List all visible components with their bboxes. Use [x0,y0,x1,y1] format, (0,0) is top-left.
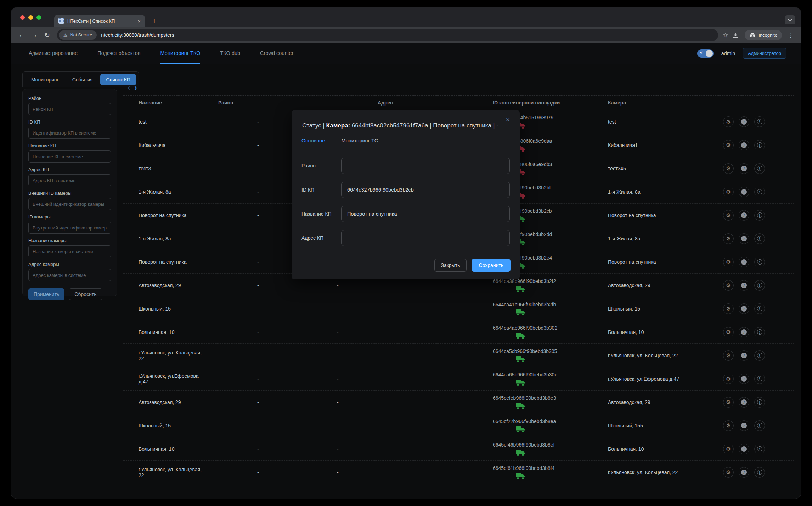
alert-button[interactable]: ! [754,210,765,221]
filter-input[interactable] [28,222,111,234]
alert-button[interactable]: ! [754,467,765,478]
filter-input[interactable] [28,150,111,163]
info-button[interactable]: i [739,303,749,314]
dialog-tab-item[interactable]: Мониторинг ТС [341,138,378,148]
dialog-field-input[interactable] [341,230,510,246]
forward-button[interactable]: → [29,29,40,41]
cell-address: - [325,470,482,475]
back-button[interactable]: ← [16,29,27,41]
info-button[interactable]: i [739,374,749,384]
gear-icon: ⚙ [726,353,731,358]
filter-input[interactable] [28,198,111,210]
new-tab-button[interactable]: + [152,16,157,26]
info-button[interactable]: i [739,187,749,197]
info-icon: i [741,283,747,288]
theme-toggle[interactable]: ☀ [697,49,714,58]
dialog-close-button[interactable]: Закрыть [434,259,467,272]
settings-button[interactable]: ⚙ [723,140,734,150]
settings-button[interactable]: ⚙ [723,303,734,314]
window-close-button[interactable] [20,15,25,20]
filter-input[interactable] [28,127,111,139]
filter-input[interactable] [28,174,111,186]
info-button[interactable]: i [739,420,749,431]
favicon-icon [58,18,64,24]
filter-input[interactable] [28,269,111,281]
filter-input[interactable] [28,245,111,257]
settings-button[interactable]: ⚙ [723,233,734,244]
not-secure-chip[interactable]: ⚠ Not Secure [59,30,97,40]
dialog-tab-active[interactable]: Основное [301,138,325,148]
alert-button[interactable]: ! [754,374,765,384]
settings-button[interactable]: ⚙ [723,420,734,431]
info-button[interactable]: i [739,444,749,454]
settings-button[interactable]: ⚙ [723,163,734,174]
settings-button[interactable]: ⚙ [723,210,734,221]
prev-page-icon[interactable]: ‹ [128,84,130,92]
subtab-item[interactable]: Мониторинг [26,74,64,85]
alert-button[interactable]: ! [754,420,765,431]
download-button[interactable] [730,29,741,41]
reset-button[interactable]: Сбросить [69,288,102,300]
apply-button[interactable]: Применить [28,288,64,300]
dialog-field-input[interactable] [341,206,510,222]
settings-button[interactable]: ⚙ [723,467,734,478]
dialog-field-input[interactable] [341,182,510,198]
browser-menu-icon[interactable]: ⋮ [785,31,796,39]
alert-button[interactable]: ! [754,140,765,150]
nav-item[interactable]: Мониторинг ТКО [160,43,201,64]
settings-button[interactable]: ⚙ [723,116,734,127]
info-button[interactable]: i [739,350,749,361]
role-badge[interactable]: Администратор [743,48,786,59]
alert-button[interactable]: ! [754,187,765,197]
info-button[interactable]: i [739,233,749,244]
info-button[interactable]: i [739,397,749,408]
cell-camera: Школьный, 155 [603,423,720,428]
window-maximize-button[interactable] [36,15,41,20]
nav-item[interactable]: ТКО dub [220,43,240,64]
alert-button[interactable]: ! [754,444,765,454]
nav-item[interactable]: Администрирование [29,43,78,64]
dialog-close-icon[interactable]: × [504,116,512,123]
next-page-icon[interactable]: › [134,84,137,92]
alert-button[interactable]: ! [754,233,765,244]
nav-item[interactable]: Подсчет объектов [97,43,140,64]
nav-item[interactable]: Crowd counter [260,43,293,64]
alert-button[interactable]: ! [754,397,765,408]
bookmark-star-icon[interactable]: ☆ [722,31,728,39]
settings-button[interactable]: ⚙ [723,327,734,337]
window-minimize-button[interactable] [28,15,33,20]
settings-button[interactable]: ⚙ [723,187,734,197]
dialog-save-button[interactable]: Сохранить [472,259,511,272]
settings-button[interactable]: ⚙ [723,397,734,408]
filter-buttons: Применить Сбросить [28,288,111,300]
alert-button[interactable]: ! [754,257,765,267]
settings-button[interactable]: ⚙ [723,444,734,454]
filter-input[interactable] [28,103,111,115]
settings-button[interactable]: ⚙ [723,280,734,291]
info-button[interactable]: i [739,327,749,337]
subtab-item[interactable]: События [67,74,98,85]
info-button[interactable]: i [739,467,749,478]
settings-button[interactable]: ⚙ [723,257,734,267]
info-button[interactable]: i [739,116,749,127]
settings-button[interactable]: ⚙ [723,374,734,384]
reload-button[interactable]: ↻ [41,29,53,41]
alert-button[interactable]: ! [754,163,765,174]
alert-button[interactable]: ! [754,116,765,127]
info-button[interactable]: i [739,163,749,174]
browser-tab[interactable]: НТехСити | Список КП × [54,15,145,27]
alert-button[interactable]: ! [754,303,765,314]
address-bar[interactable]: ⚠ Not Secure ntech.city:30080/trash/dump… [57,29,718,41]
username: admin [721,51,735,56]
alert-button[interactable]: ! [754,327,765,337]
info-button[interactable]: i [739,257,749,267]
tab-search-button[interactable] [785,15,795,24]
alert-button[interactable]: ! [754,350,765,361]
alert-button[interactable]: ! [754,280,765,291]
info-button[interactable]: i [739,140,749,150]
dialog-field-input[interactable] [341,158,510,174]
info-button[interactable]: i [739,280,749,291]
info-button[interactable]: i [739,210,749,221]
settings-button[interactable]: ⚙ [723,350,734,361]
tab-close-icon[interactable]: × [137,18,141,24]
